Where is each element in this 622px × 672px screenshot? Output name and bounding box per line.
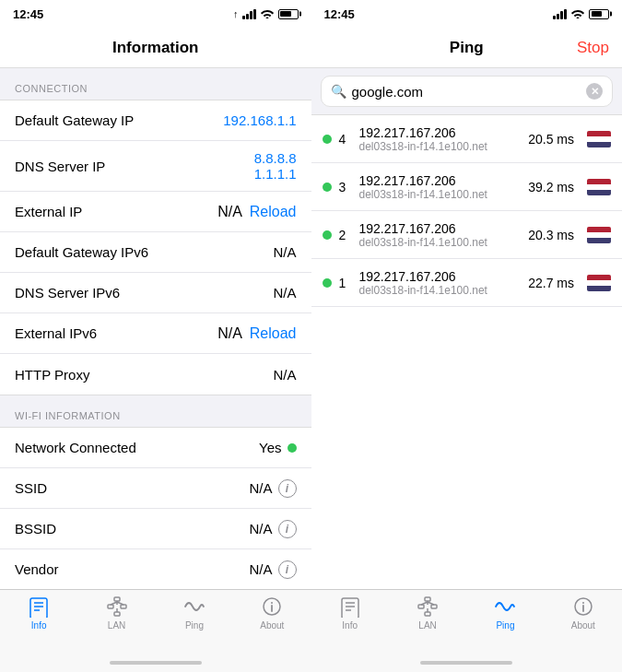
label-http-proxy: HTTP Proxy xyxy=(15,367,89,383)
ping-ms-3: 39.2 ms xyxy=(528,180,574,195)
tab-bar-left: Info LAN Ping xyxy=(0,589,311,654)
search-icon: 🔍 xyxy=(331,84,346,99)
bssid-info-icon[interactable]: i xyxy=(278,520,297,538)
label-gateway-ipv6: Default Gateway IPv6 xyxy=(15,244,148,260)
reload-external-ipv6[interactable]: Reload xyxy=(250,325,297,342)
tab-info-left[interactable]: Info xyxy=(0,595,77,631)
dns-2: 1.1.1.1 xyxy=(254,166,297,182)
ping-dot-3 xyxy=(323,183,332,192)
value-vendor: N/A xyxy=(249,561,272,577)
svg-point-14 xyxy=(271,602,273,604)
tab-lan-left[interactable]: LAN xyxy=(77,595,155,631)
ping-ip-4: 192.217.167.206 xyxy=(359,125,522,140)
right-phone: 12:45 Ping Stop 🔍 google.com ✕ xyxy=(311,0,623,672)
ping-ip-2: 192.217.167.206 xyxy=(359,221,522,236)
tab-lan-right[interactable]: LAN xyxy=(389,595,466,631)
tab-ping-left[interactable]: Ping xyxy=(156,595,233,631)
table-row-dns-ipv6: DNS Server IPv6 N/A xyxy=(0,273,311,313)
battery-icon-left xyxy=(278,9,299,19)
tab-bar-right: Info LAN Ping xyxy=(311,589,623,654)
status-bar-right: 12:45 xyxy=(311,0,623,28)
table-row-external-ipv6: External IPv6 N/A Reload xyxy=(0,313,311,354)
tab-label-about-left: About xyxy=(260,620,284,631)
info-tab-icon-right xyxy=(339,595,361,618)
nav-title-right: Ping xyxy=(450,39,484,57)
tab-ping-right[interactable]: Ping xyxy=(466,595,544,631)
ping-dot-1 xyxy=(323,278,332,288)
signal-bars-left xyxy=(242,9,256,19)
svg-line-9 xyxy=(111,602,117,605)
ping-dot-2 xyxy=(323,230,332,240)
value-dns: 8.8.8.8 1.1.1.1 xyxy=(112,150,296,182)
tab-about-right[interactable]: About xyxy=(545,595,622,631)
home-indicator-right xyxy=(311,654,623,672)
svg-line-10 xyxy=(117,602,123,605)
svg-rect-21 xyxy=(431,605,437,608)
label-dns: DNS Server IP xyxy=(15,159,105,174)
ping-hostname-2: del03s18-in-f14.1e100.net xyxy=(359,236,522,249)
connected-dot xyxy=(288,443,297,453)
battery-icon-right xyxy=(589,9,609,19)
value-gateway-ipv6: N/A xyxy=(156,244,296,260)
about-tab-icon-left xyxy=(261,595,283,618)
stop-button[interactable]: Stop xyxy=(577,39,609,57)
table-group-wifi: Network Connected Yes SSID N/A i BSSID N… xyxy=(0,427,311,589)
ping-row-3: 3 192.217.167.206 del03s18-in-f14.1e100.… xyxy=(311,163,623,211)
ping-num-1: 1 xyxy=(339,276,352,290)
table-row-external-ip: External IP N/A Reload xyxy=(0,192,311,232)
value-network-connected: Yes xyxy=(259,440,281,455)
section-header-connection: CONNECTION xyxy=(0,68,311,100)
tab-about-left[interactable]: About xyxy=(233,595,311,631)
search-bar[interactable]: 🔍 google.com ✕ xyxy=(321,76,614,107)
table-row-network-connected: Network Connected Yes xyxy=(0,428,311,468)
tab-label-ping-left: Ping xyxy=(185,620,204,631)
location-icon: ↑ xyxy=(233,8,239,19)
svg-rect-5 xyxy=(108,605,113,608)
about-tab-icon-right xyxy=(572,595,594,618)
svg-rect-4 xyxy=(114,597,120,601)
table-row-http-proxy: HTTP Proxy N/A xyxy=(0,354,311,395)
svg-rect-22 xyxy=(425,612,430,616)
signal-bars-right xyxy=(553,9,567,19)
status-bar-left: 12:45 ↑ xyxy=(0,0,311,28)
value-bssid: N/A xyxy=(249,521,272,536)
ping-host-3: 192.217.167.206 del03s18-in-f14.1e100.ne… xyxy=(359,173,522,201)
svg-rect-7 xyxy=(114,612,120,616)
value-http-proxy: N/A xyxy=(97,367,296,383)
search-input[interactable]: google.com xyxy=(352,84,581,100)
value-gateway-ip: 192.168.1.1 xyxy=(141,112,296,128)
ping-results-list: 4 192.217.167.206 del03s18-in-f14.1e100.… xyxy=(311,114,623,589)
vendor-info-icon[interactable]: i xyxy=(278,560,297,579)
tab-label-info-left: Info xyxy=(31,620,47,631)
search-clear-button[interactable]: ✕ xyxy=(586,83,603,100)
section-header-wifi: WI-FI INFORMATION xyxy=(0,395,311,427)
table-row-dns: DNS Server IP 8.8.8.8 1.1.1.1 xyxy=(0,141,311,192)
ping-dot-4 xyxy=(323,135,332,144)
ping-ip-1: 192.217.167.206 xyxy=(359,269,522,284)
svg-rect-15 xyxy=(342,598,358,618)
value-external-ip: N/A xyxy=(217,204,242,220)
svg-rect-19 xyxy=(425,597,430,601)
ping-num-4: 4 xyxy=(339,132,352,147)
home-bar-left xyxy=(110,661,202,665)
svg-line-25 xyxy=(428,602,434,605)
table-row-bssid: BSSID N/A i xyxy=(0,509,311,549)
flag-us-2 xyxy=(587,227,611,243)
nav-header-right: Ping Stop xyxy=(311,28,623,68)
ping-hostname-3: del03s18-in-f14.1e100.net xyxy=(359,188,522,201)
reload-external-ip[interactable]: Reload xyxy=(250,204,297,220)
ping-ms-2: 20.3 ms xyxy=(528,228,574,242)
svg-rect-20 xyxy=(418,605,424,608)
label-vendor: Vendor xyxy=(15,561,59,577)
label-dns-ipv6: DNS Server IPv6 xyxy=(15,285,120,301)
table-row-gateway-ipv6: Default Gateway IPv6 N/A xyxy=(0,232,311,273)
ping-row-1: 1 192.217.167.206 del03s18-in-f14.1e100.… xyxy=(311,259,623,307)
wifi-icon-right xyxy=(570,7,585,21)
ping-tab-icon-left xyxy=(183,595,205,618)
ping-ms-1: 22.7 ms xyxy=(528,276,574,290)
tab-info-right[interactable]: Info xyxy=(311,595,389,631)
tab-label-ping-right: Ping xyxy=(496,620,514,631)
ssid-info-icon[interactable]: i xyxy=(278,479,297,498)
ping-tab-icon-right xyxy=(494,595,516,618)
scroll-content-left[interactable]: CONNECTION Default Gateway IP 192.168.1.… xyxy=(0,68,311,589)
